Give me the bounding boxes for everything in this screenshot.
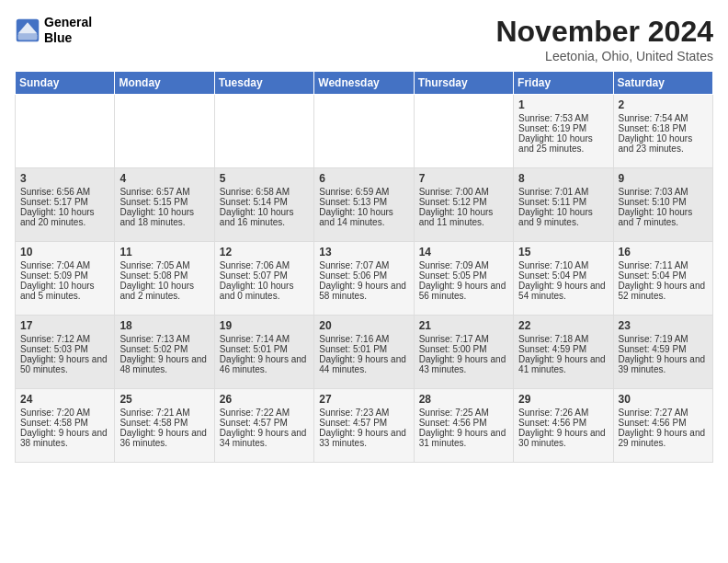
calendar-cell: 8Sunrise: 7:01 AMSunset: 5:11 PMDaylight… [514, 168, 613, 242]
day-number: 12 [220, 246, 309, 259]
cell-text: Sunrise: 7:01 AM [518, 187, 608, 197]
cell-text: Sunset: 5:04 PM [619, 270, 708, 281]
cell-text: Sunset: 6:19 PM [518, 123, 608, 133]
day-number: 17 [20, 319, 109, 332]
day-number: 15 [518, 246, 608, 259]
day-number: 11 [119, 246, 209, 259]
cell-text: Sunrise: 6:57 AM [119, 187, 209, 197]
cell-text: Daylight: 9 hours and 56 minutes. [419, 281, 508, 301]
day-number: 4 [119, 172, 209, 185]
cell-text: Daylight: 9 hours and 48 minutes. [119, 354, 209, 374]
calendar-cell [115, 95, 214, 168]
calendar-cell: 12Sunrise: 7:06 AMSunset: 5:07 PMDayligh… [214, 242, 313, 316]
day-number: 5 [220, 172, 309, 185]
cell-text: Sunrise: 7:07 AM [319, 260, 408, 270]
cell-text: Sunset: 5:14 PM [220, 197, 309, 207]
day-number: 10 [20, 246, 109, 259]
weekday-header-tuesday: Tuesday [214, 72, 313, 95]
calendar-cell [214, 95, 313, 168]
cell-text: Daylight: 10 hours and 16 minutes. [220, 207, 309, 227]
cell-text: Sunset: 4:56 PM [619, 418, 708, 428]
calendar-cell: 26Sunrise: 7:22 AMSunset: 4:57 PMDayligh… [214, 389, 313, 463]
month-title: November 2024 [495, 15, 713, 49]
cell-text: Sunset: 5:04 PM [518, 270, 608, 281]
cell-text: Sunset: 5:10 PM [619, 197, 708, 207]
cell-text: Sunset: 5:13 PM [319, 197, 408, 207]
cell-text: Sunrise: 7:53 AM [518, 113, 608, 123]
day-number: 6 [319, 172, 408, 185]
calendar-cell: 20Sunrise: 7:16 AMSunset: 5:01 PMDayligh… [314, 316, 414, 389]
cell-text: Sunrise: 7:26 AM [518, 408, 608, 418]
day-number: 13 [319, 246, 408, 259]
calendar-cell: 1Sunrise: 7:53 AMSunset: 6:19 PMDaylight… [514, 95, 613, 168]
day-number: 19 [220, 319, 309, 332]
day-number: 18 [119, 319, 209, 332]
cell-text: Sunrise: 7:10 AM [518, 260, 608, 270]
cell-text: Daylight: 10 hours and 0 minutes. [220, 281, 309, 301]
cell-text: Sunset: 5:17 PM [20, 197, 109, 207]
calendar-cell: 16Sunrise: 7:11 AMSunset: 5:04 PMDayligh… [613, 242, 712, 316]
day-number: 27 [319, 393, 408, 406]
day-number: 3 [20, 172, 109, 185]
cell-text: Sunrise: 7:22 AM [220, 408, 309, 418]
day-number: 30 [619, 393, 708, 406]
weekday-header-sunday: Sunday [16, 72, 115, 95]
cell-text: Sunrise: 7:19 AM [619, 334, 708, 344]
cell-text: Sunrise: 6:58 AM [220, 187, 309, 197]
calendar-cell: 25Sunrise: 7:21 AMSunset: 4:58 PMDayligh… [115, 389, 214, 463]
calendar-cell: 9Sunrise: 7:03 AMSunset: 5:10 PMDaylight… [613, 168, 712, 242]
cell-text: Sunrise: 7:25 AM [419, 408, 508, 418]
weekday-header-thursday: Thursday [414, 72, 513, 95]
day-number: 22 [518, 319, 608, 332]
calendar-cell: 21Sunrise: 7:17 AMSunset: 5:00 PMDayligh… [414, 316, 513, 389]
calendar-cell: 2Sunrise: 7:54 AMSunset: 6:18 PMDaylight… [613, 95, 712, 168]
cell-text: Daylight: 9 hours and 50 minutes. [20, 354, 109, 374]
cell-text: Sunrise: 7:14 AM [220, 334, 309, 344]
header: General Blue November 2024 Leetonia, Ohi… [15, 15, 713, 63]
cell-text: Daylight: 10 hours and 2 minutes. [119, 281, 209, 301]
cell-text: Daylight: 9 hours and 58 minutes. [319, 281, 408, 301]
cell-text: Sunset: 5:00 PM [419, 344, 508, 354]
day-number: 21 [419, 319, 508, 332]
cell-text: Daylight: 10 hours and 20 minutes. [20, 207, 109, 227]
logo: General Blue [15, 15, 92, 46]
logo-text: General Blue [44, 15, 92, 46]
cell-text: Sunrise: 7:13 AM [119, 334, 209, 344]
day-number: 16 [619, 246, 708, 259]
cell-text: Sunset: 5:06 PM [319, 270, 408, 281]
calendar-cell: 15Sunrise: 7:10 AMSunset: 5:04 PMDayligh… [514, 242, 613, 316]
calendar-cell: 30Sunrise: 7:27 AMSunset: 4:56 PMDayligh… [613, 389, 712, 463]
cell-text: Sunset: 4:59 PM [619, 344, 708, 354]
cell-text: Daylight: 9 hours and 52 minutes. [619, 281, 708, 301]
day-number: 9 [619, 172, 708, 185]
title-area: November 2024 Leetonia, Ohio, United Sta… [495, 15, 713, 63]
cell-text: Sunrise: 7:03 AM [619, 187, 708, 197]
cell-text: Daylight: 10 hours and 23 minutes. [619, 133, 708, 154]
cell-text: Daylight: 10 hours and 25 minutes. [518, 133, 608, 154]
calendar-cell: 4Sunrise: 6:57 AMSunset: 5:15 PMDaylight… [115, 168, 214, 242]
cell-text: Daylight: 9 hours and 30 minutes. [518, 428, 608, 448]
cell-text: Daylight: 9 hours and 34 minutes. [220, 428, 309, 448]
day-number: 23 [619, 319, 708, 332]
cell-text: Sunrise: 7:21 AM [119, 408, 209, 418]
cell-text: Sunset: 4:59 PM [518, 344, 608, 354]
weekday-header-wednesday: Wednesday [314, 72, 414, 95]
cell-text: Sunrise: 7:20 AM [20, 408, 109, 418]
cell-text: Daylight: 9 hours and 54 minutes. [518, 281, 608, 301]
day-number: 29 [518, 393, 608, 406]
calendar-cell: 17Sunrise: 7:12 AMSunset: 5:03 PMDayligh… [16, 316, 115, 389]
calendar-cell: 19Sunrise: 7:14 AMSunset: 5:01 PMDayligh… [214, 316, 313, 389]
cell-text: Daylight: 10 hours and 7 minutes. [619, 207, 708, 227]
day-number: 1 [518, 98, 608, 111]
calendar-cell: 3Sunrise: 6:56 AMSunset: 5:17 PMDaylight… [16, 168, 115, 242]
cell-text: Sunset: 4:56 PM [419, 418, 508, 428]
cell-text: Daylight: 9 hours and 38 minutes. [20, 428, 109, 448]
cell-text: Sunrise: 6:56 AM [20, 187, 109, 197]
day-number: 14 [419, 246, 508, 259]
cell-text: Daylight: 10 hours and 11 minutes. [419, 207, 508, 227]
calendar-cell: 29Sunrise: 7:26 AMSunset: 4:56 PMDayligh… [514, 389, 613, 463]
cell-text: Daylight: 9 hours and 31 minutes. [419, 428, 508, 448]
cell-text: Sunrise: 7:16 AM [319, 334, 408, 344]
day-number: 8 [518, 172, 608, 185]
location: Leetonia, Ohio, United States [495, 49, 713, 63]
